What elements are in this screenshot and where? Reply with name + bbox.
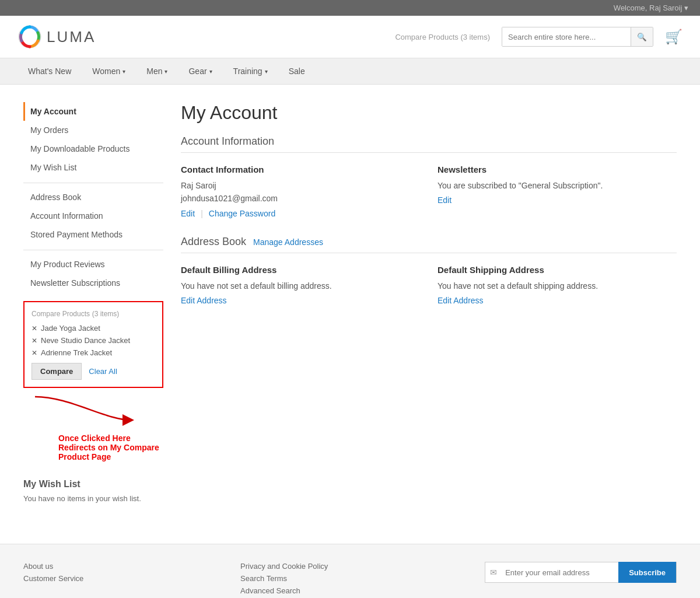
wish-list-empty-text: You have no items in your wish list.: [23, 494, 163, 503]
shipping-address-text: You have not set a default shipping addr…: [438, 279, 677, 292]
search-input[interactable]: [502, 27, 631, 46]
search-button[interactable]: 🔍: [631, 27, 653, 46]
change-password-link[interactable]: Change Password: [209, 209, 275, 218]
compare-link-text: Compare Products: [395, 33, 458, 41]
compare-widget-title: Compare Products (3 items): [32, 309, 155, 318]
address-grid: Default Billing Address You have not set…: [181, 265, 677, 305]
luma-logo-icon: [18, 25, 42, 49]
shipping-address-block: Default Shipping Address You have not se…: [438, 265, 677, 305]
annotation-wrapper: Once Clicked Here Redirects on My Compar…: [23, 397, 163, 461]
shipping-address-links: Edit Address: [438, 296, 677, 305]
chevron-down-icon: ▾: [164, 68, 167, 75]
footer-search-terms-link[interactable]: Search Terms: [240, 574, 328, 583]
main-nav: What's New Women ▾ Men ▾ Gear ▾ Training…: [0, 58, 700, 85]
topbar-chevron[interactable]: ▾: [684, 4, 688, 12]
footer-customer-service-link[interactable]: Customer Service: [23, 574, 83, 583]
sidebar-item-my-orders[interactable]: My Orders: [23, 121, 163, 139]
newsletters-block: Newsletters You are subscribed to "Gener…: [438, 165, 677, 218]
search-icon: 🔍: [637, 33, 647, 41]
remove-product-2-icon[interactable]: ✕: [32, 337, 37, 345]
sidebar-item-address-book[interactable]: Address Book: [23, 188, 163, 207]
contact-edit-link[interactable]: Edit: [181, 209, 195, 218]
sidebar-item-stored-payment[interactable]: Stored Payment Methods: [23, 225, 163, 244]
compare-widget: Compare Products (3 items) ✕ Jade Yoga J…: [23, 301, 163, 388]
sidebar-section-main: My Account My Orders My Downloadable Pro…: [23, 102, 163, 177]
sidebar-divider-1: [23, 183, 163, 183]
chevron-down-icon: ▾: [265, 68, 268, 75]
sidebar-divider-2: [23, 250, 163, 250]
newsletters-subscription-text: You are subscribed to "General Subscript…: [438, 179, 677, 192]
header: LUMA Compare Products (3 items) 🔍 🛒: [0, 16, 700, 58]
chevron-down-icon: ▾: [209, 68, 212, 75]
sidebar-item-newsletter-subscriptions[interactable]: Newsletter Subscriptions: [23, 274, 163, 292]
nav-women[interactable]: Women ▾: [82, 58, 136, 84]
nav-whats-new[interactable]: What's New: [18, 58, 82, 84]
sidebar-section-tertiary: My Product Reviews Newsletter Subscripti…: [23, 255, 163, 292]
billing-address-title: Default Billing Address: [181, 265, 420, 275]
nav-gear[interactable]: Gear ▾: [178, 58, 222, 84]
footer-col-1: About us Customer Service: [23, 562, 83, 583]
newsletter-email-input[interactable]: [502, 568, 618, 577]
compare-count: (3 items): [460, 33, 490, 41]
contact-info-links: Edit | Change Password: [181, 209, 420, 218]
address-book-section: Address Book Manage Addresses: [181, 236, 677, 253]
sidebar-section-secondary: Address Book Account Information Stored …: [23, 188, 163, 244]
newsletter-form: ✉ Subscribe: [485, 562, 677, 583]
footer-about-link[interactable]: About us: [23, 562, 83, 571]
wish-list-sidebar: My Wish List You have no items in your w…: [23, 479, 163, 503]
newsletters-links: Edit: [438, 195, 677, 205]
sidebar-item-downloadable-products[interactable]: My Downloadable Products: [23, 139, 163, 158]
mail-icon: ✉: [485, 568, 502, 577]
contact-info-block: Contact Information Raj Saroij johndusa1…: [181, 165, 420, 218]
billing-address-links: Edit Address: [181, 296, 420, 305]
subscribe-button[interactable]: Subscribe: [618, 562, 676, 583]
compare-product-item: ✕ Adrienne Trek Jacket: [32, 348, 155, 357]
nav-men[interactable]: Men ▾: [136, 58, 178, 84]
page-title: My Account: [181, 102, 677, 124]
clear-all-link[interactable]: Clear All: [89, 367, 117, 376]
footer-inner: About us Customer Service Privacy and Co…: [23, 562, 677, 598]
nav-sale[interactable]: Sale: [278, 58, 316, 84]
contact-info-email: johndusa1021@gmail.com: [181, 192, 420, 205]
sidebar-item-wish-list[interactable]: My Wish List: [23, 158, 163, 177]
billing-edit-address-link[interactable]: Edit Address: [181, 296, 227, 305]
manage-addresses-link[interactable]: Manage Addresses: [253, 237, 323, 247]
remove-product-3-icon[interactable]: ✕: [32, 349, 37, 357]
compare-products-link[interactable]: Compare Products (3 items): [395, 33, 490, 41]
compare-product-item: ✕ Neve Studio Dance Jacket: [32, 336, 155, 345]
newsletters-edit-link[interactable]: Edit: [438, 195, 452, 205]
sidebar: My Account My Orders My Downloadable Pro…: [23, 102, 163, 503]
billing-address-text: You have not set a default billing addre…: [181, 279, 420, 292]
annotation-text: Once Clicked Here Redirects on My Compar…: [58, 433, 163, 461]
address-book-title: Address Book: [181, 236, 246, 248]
account-info-grid: Contact Information Raj Saroij johndusa1…: [181, 165, 677, 218]
annotation-arrow: [23, 391, 140, 426]
shipping-edit-address-link[interactable]: Edit Address: [438, 296, 484, 305]
logo[interactable]: LUMA: [18, 25, 96, 49]
newsletters-title: Newsletters: [438, 165, 677, 174]
compare-button[interactable]: Compare: [32, 363, 82, 380]
footer-privacy-link[interactable]: Privacy and Cookie Policy: [240, 562, 328, 571]
nav-training[interactable]: Training ▾: [223, 58, 278, 84]
footer: About us Customer Service Privacy and Co…: [0, 544, 700, 598]
shipping-address-title: Default Shipping Address: [438, 265, 677, 275]
compare-product-item: ✕ Jade Yoga Jacket: [32, 324, 155, 333]
footer-advanced-search-link[interactable]: Advanced Search: [240, 586, 328, 595]
sidebar-item-product-reviews[interactable]: My Product Reviews: [23, 255, 163, 274]
cart-icon[interactable]: 🛒: [665, 29, 682, 45]
billing-address-block: Default Billing Address You have not set…: [181, 265, 420, 305]
sidebar-item-account-info[interactable]: Account Information: [23, 207, 163, 225]
account-info-section-title: Account Information: [181, 135, 677, 153]
link-separator: |: [201, 209, 203, 218]
remove-product-1-icon[interactable]: ✕: [32, 324, 37, 333]
sidebar-item-my-account[interactable]: My Account: [23, 102, 163, 121]
contact-info-name: Raj Saroij: [181, 179, 420, 192]
contact-info-title: Contact Information: [181, 165, 420, 174]
header-right: Compare Products (3 items) 🔍 🛒: [395, 27, 682, 47]
logo-text: LUMA: [47, 28, 96, 46]
wish-list-title: My Wish List: [23, 479, 163, 489]
main-wrapper: My Account My Orders My Downloadable Pro…: [12, 85, 688, 520]
footer-newsletter: ✉ Subscribe: [485, 562, 677, 583]
welcome-text: Welcome, Raj Saroij: [614, 4, 682, 12]
search-box: 🔍: [502, 27, 653, 47]
